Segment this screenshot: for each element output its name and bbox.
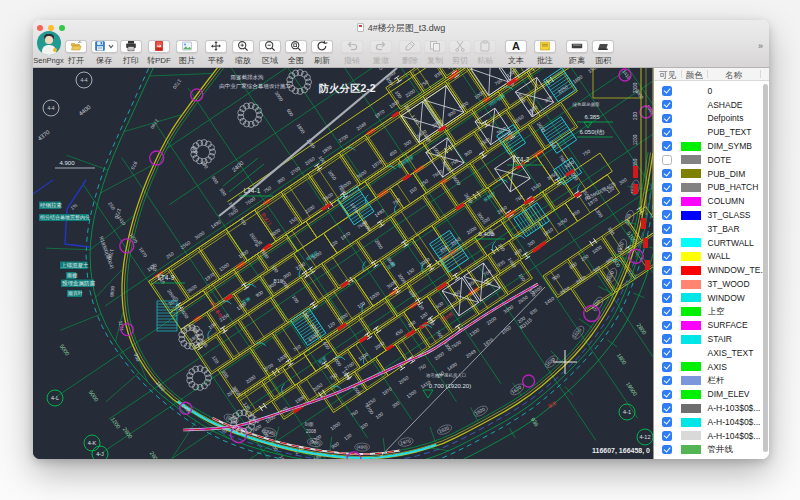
svg-text:4.900: 4.900 [59, 160, 75, 166]
svg-text:4-K: 4-K [88, 440, 97, 446]
svg-text:2008: 2008 [306, 429, 317, 434]
svg-text:4-12: 4-12 [639, 434, 650, 440]
svg-text:6.400: 6.400 [478, 231, 494, 237]
svg-text:4-1: 4-1 [623, 409, 631, 415]
svg-text:200: 200 [633, 111, 638, 119]
svg-text:(490): (490) [356, 444, 368, 449]
svg-text:116607, 166458, 0: 116607, 166458, 0 [592, 447, 650, 455]
svg-text:4-J: 4-J [96, 451, 104, 457]
svg-text:6.050(结): 6.050(结) [579, 129, 604, 136]
svg-text:酒店南空调机房入口: 酒店南空调机房入口 [426, 372, 467, 378]
svg-text:组分结合幕墙完整内分: 组分结合幕墙完整内分 [40, 214, 90, 221]
svg-text:4-4: 4-4 [80, 77, 87, 83]
svg-text:LT4-2: LT4-2 [513, 156, 530, 163]
svg-text:由中业厂家综合幕墙设计施工: 由中业厂家综合幕墙设计施工 [219, 83, 291, 90]
svg-text:B10: B10 [274, 278, 283, 284]
svg-text:雨棚: 雨棚 [67, 272, 77, 278]
svg-text:雨百叶: 雨百叶 [68, 290, 83, 297]
svg-text:预埋金属防腐: 预埋金属防腐 [62, 280, 96, 287]
svg-text:4-4: 4-4 [47, 105, 54, 111]
svg-text:雨篷截排水沟: 雨篷截排水沟 [231, 74, 264, 81]
svg-text:剖面: 剖面 [305, 422, 315, 427]
svg-text:6.385: 6.385 [584, 114, 600, 120]
svg-text:上锚混凝土: 上锚混凝土 [61, 262, 89, 269]
svg-text:经钢拉索: 经钢拉索 [40, 202, 62, 208]
svg-text:0.700 (1920.20): 0.700 (1920.20) [429, 383, 471, 389]
svg-text:LT4-1: LT4-1 [244, 187, 261, 194]
svg-text:LT4-9: LT4-9 [158, 274, 175, 281]
svg-text:4-L: 4-L [51, 395, 59, 401]
svg-text:1200: 1200 [633, 134, 638, 145]
svg-text:2300: 2300 [633, 82, 638, 93]
svg-text:防火分区2-2: 防火分区2-2 [318, 82, 375, 94]
svg-text:A: A [512, 40, 520, 52]
svg-text:8068: 8068 [109, 286, 115, 297]
